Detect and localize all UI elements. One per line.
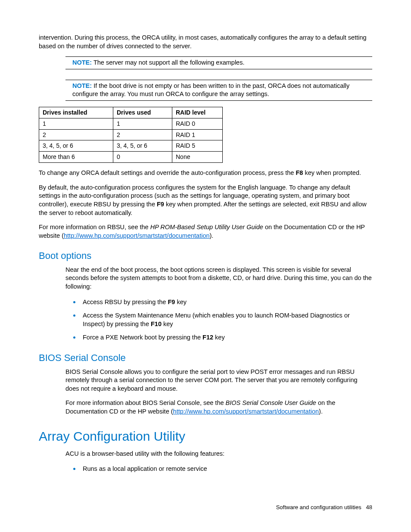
note-text: The server may not support all the follo… xyxy=(92,59,244,66)
link-hp-smartstart[interactable]: http://www.hp.com/support/smartstart/doc… xyxy=(173,408,319,415)
list-item: Runs as a local application or remote se… xyxy=(80,464,372,473)
table-row: More than 6 0 None xyxy=(39,152,223,163)
key-f9: F9 xyxy=(157,201,164,208)
acu-paragraph: ACU is a browser-based utility with the … xyxy=(65,450,372,458)
key-f9: F9 xyxy=(168,299,175,305)
cell: RAID 1 xyxy=(172,129,223,140)
note-2: NOTE: If the boot drive is not empty or … xyxy=(72,82,372,99)
cell: 1 xyxy=(113,118,172,129)
paragraph-f8: To change any ORCA default settings and … xyxy=(39,169,372,177)
table-header-row: Drives installed Drives used RAID level xyxy=(39,107,223,118)
table-row: 1 1 RAID 0 xyxy=(39,118,223,129)
key-f10: F10 xyxy=(151,320,162,327)
cell: 0 xyxy=(113,152,172,163)
col-header: Drives used xyxy=(113,107,172,118)
table-row: 2 2 RAID 1 xyxy=(39,129,223,140)
cell: RAID 5 xyxy=(172,140,223,152)
raid-table: Drives installed Drives used RAID level … xyxy=(39,107,223,163)
note-label: NOTE: xyxy=(72,82,92,89)
table-row: 3, 4, 5, or 6 3, 4, 5, or 6 RAID 5 xyxy=(39,140,223,152)
heading-bios-serial: BIOS Serial Console xyxy=(39,352,372,364)
paragraph-rbsu-link: For more information on RBSU, see the HP… xyxy=(39,223,372,240)
key-f12: F12 xyxy=(202,334,213,341)
note-1: NOTE: The server may not support all the… xyxy=(72,59,372,67)
link-hp-smartstart[interactable]: http://www.hp.com/support/smartstart/doc… xyxy=(64,232,209,239)
heading-acu: Array Configuration Utility xyxy=(39,428,372,445)
heading-boot-options: Boot options xyxy=(39,249,372,262)
col-header: RAID level xyxy=(172,107,223,118)
note-rule-top xyxy=(65,56,372,57)
cell: RAID 0 xyxy=(172,118,223,129)
col-header: Drives installed xyxy=(39,107,113,118)
note-rule-bottom xyxy=(65,100,372,101)
cell: 3, 4, 5, or 6 xyxy=(113,140,172,152)
cell: 2 xyxy=(113,129,172,140)
boot-list: Access RBSU by pressing the F9 key Acces… xyxy=(65,297,372,342)
list-item: Access the System Maintenance Menu (whic… xyxy=(80,311,372,328)
cell: 1 xyxy=(39,118,113,129)
bios-paragraph-2: For more information about BIOS Serial C… xyxy=(65,399,372,416)
cell: 3, 4, 5, or 6 xyxy=(39,140,113,152)
cell: More than 6 xyxy=(39,152,113,163)
cell: 2 xyxy=(39,129,113,140)
note-label: NOTE: xyxy=(72,59,92,66)
paragraph-f9: By default, the auto-configuration proce… xyxy=(39,184,372,217)
acu-list: Runs as a local application or remote se… xyxy=(65,464,372,473)
note-rule-top xyxy=(65,80,372,80)
list-item: Force a PXE Network boot by pressing the… xyxy=(80,333,372,342)
note-text: If the boot drive is not empty or has be… xyxy=(72,82,349,98)
cell: None xyxy=(172,152,223,163)
bios-paragraph-1: BIOS Serial Console allows you to config… xyxy=(65,368,372,393)
list-item: Access RBSU by pressing the F9 key xyxy=(80,297,372,307)
key-f8: F8 xyxy=(296,169,303,176)
intro-paragraph: intervention. During this process, the O… xyxy=(39,34,372,50)
boot-paragraph: Near the end of the boot process, the bo… xyxy=(65,266,372,291)
